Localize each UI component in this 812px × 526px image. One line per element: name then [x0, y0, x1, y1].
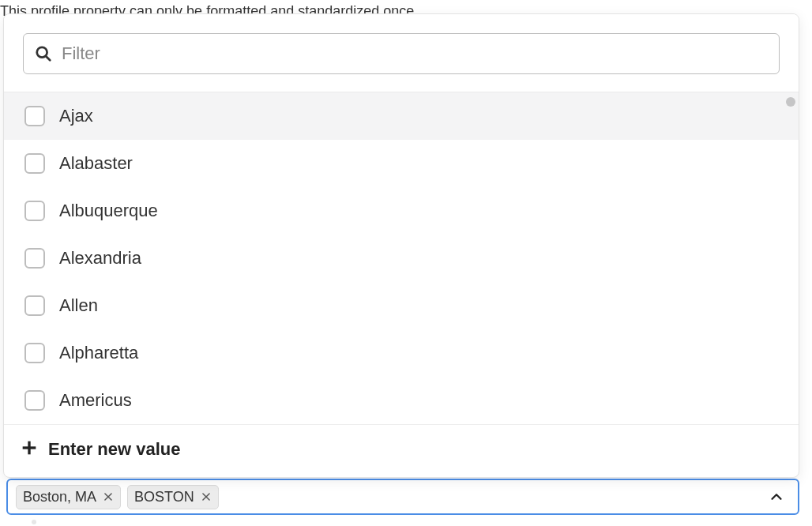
option-row[interactable]: Ajax	[4, 92, 799, 140]
option-label: Alabaster	[59, 153, 133, 174]
tag-label: BOSTON	[134, 489, 194, 505]
close-icon[interactable]	[201, 491, 212, 502]
option-row[interactable]: Albuquerque	[4, 187, 799, 235]
search-icon	[35, 45, 52, 62]
dropdown-panel: AjaxAlabasterAlbuquerqueAlexandriaAllenA…	[3, 13, 799, 478]
checkbox[interactable]	[24, 201, 45, 221]
option-row[interactable]: Allen	[4, 282, 799, 329]
decorative-dot	[32, 520, 36, 524]
svg-line-1	[46, 56, 50, 60]
filter-input[interactable]	[62, 43, 768, 64]
checkbox[interactable]	[24, 106, 45, 126]
selected-tag: BOSTON	[127, 485, 219, 509]
selected-tag: Boston, MA	[16, 485, 121, 509]
options-list: AjaxAlabasterAlbuquerqueAlexandriaAllenA…	[4, 92, 799, 424]
scrollbar-thumb[interactable]	[786, 97, 795, 107]
checkbox[interactable]	[24, 295, 45, 316]
checkbox[interactable]	[24, 153, 45, 174]
option-label: Alpharetta	[59, 343, 138, 363]
filter-input-wrapper[interactable]	[23, 33, 780, 74]
multiselect-field[interactable]: Boston, MABOSTON	[6, 479, 799, 515]
option-row[interactable]: Alpharetta	[4, 329, 799, 377]
close-icon[interactable]	[103, 491, 114, 502]
checkbox[interactable]	[24, 343, 45, 363]
chevron-up-icon[interactable]	[768, 488, 785, 505]
checkbox[interactable]	[24, 390, 45, 411]
enter-new-value-label: Enter new value	[48, 439, 181, 460]
svg-rect-3	[23, 446, 36, 449]
option-row[interactable]: Americus	[4, 377, 799, 424]
option-label: Allen	[59, 295, 98, 316]
option-label: Americus	[59, 390, 132, 411]
option-label: Albuquerque	[59, 201, 158, 221]
tag-label: Boston, MA	[23, 489, 96, 505]
option-label: Ajax	[59, 106, 93, 126]
enter-new-value-button[interactable]: Enter new value	[4, 424, 799, 477]
option-row[interactable]: Alabaster	[4, 140, 799, 187]
filter-section	[4, 14, 799, 92]
option-label: Alexandria	[59, 248, 141, 269]
checkbox[interactable]	[24, 248, 45, 269]
option-row[interactable]: Alexandria	[4, 235, 799, 282]
plus-icon	[21, 440, 37, 459]
